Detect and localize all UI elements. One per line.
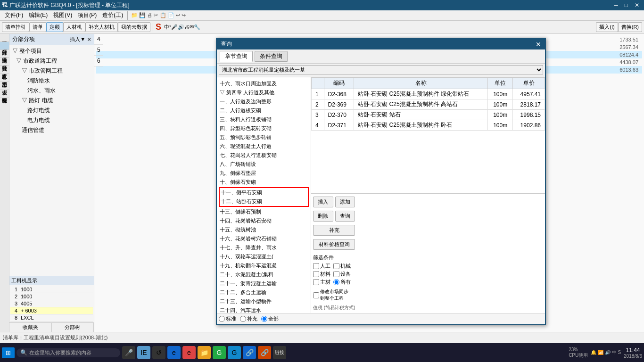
chapter-item-16[interactable]: 十六、雨水口周边加固及	[219, 79, 309, 88]
tree-item-road[interactable]: ▽ 市政道路工程	[10, 56, 93, 66]
taskbar-icon-5[interactable]: e	[182, 346, 196, 359]
radio-supplement-input[interactable]	[240, 316, 246, 322]
start-button[interactable]: ⊞	[2, 347, 15, 358]
tree-item-power-cable[interactable]: 电力电缆	[10, 115, 93, 125]
filter-main-material-check[interactable]	[313, 279, 319, 285]
taskbar-icon-10[interactable]: 🔗	[258, 346, 271, 359]
filter-labor-check[interactable]	[313, 263, 319, 269]
add-btn[interactable]: 添加	[335, 197, 355, 207]
toolbar-dinge[interactable]: 定额	[46, 22, 63, 32]
query-btn[interactable]: 查询	[335, 211, 355, 222]
list-row-8[interactable]: 8 LXCL	[10, 314, 93, 321]
filter-all[interactable]: 所有	[333, 279, 351, 286]
chapter-item-12[interactable]: 十二、站卧石安砌	[220, 197, 308, 206]
menu-view[interactable]: 视图(V)	[50, 10, 75, 20]
chapter-item-22[interactable]: 二十二、多合土运输	[219, 288, 309, 297]
chapter-item-14[interactable]: 十四、花岗岩站石安砌	[219, 216, 309, 225]
filter-machine-check[interactable]	[333, 263, 339, 269]
tree-item-root[interactable]: ▽ 整个项目	[10, 46, 93, 56]
vtab-fenbufenxiang[interactable]: 分部分项	[0, 42, 9, 50]
tree-item-rain[interactable]: 污水、雨水	[10, 86, 93, 96]
toolbar-renji[interactable]: 人材机	[63, 22, 85, 32]
material-price-btn[interactable]: 材料价格查询	[313, 239, 355, 250]
search-bar[interactable]: 🔍 在这里输入你要搜索的内容	[17, 348, 120, 357]
chapter-item-16b[interactable]: 十六、花岗岩树穴石铺砌	[219, 234, 309, 243]
chapter-item-19[interactable]: 十九、机动翻斗车运混凝	[219, 261, 309, 270]
minimize-button[interactable]: ─	[611, 1, 621, 9]
chapter-item-17[interactable]: 十七、升、降查井、雨水	[219, 243, 309, 252]
chapter-item-5[interactable]: 五、预制陟彩色步砖铺	[219, 133, 309, 142]
close-button[interactable]: ✕	[632, 1, 642, 9]
result-row[interactable]: 1 D2-368 站卧·石安砌 C25混凝土预制构件 绿化带站石 100m 49…	[312, 89, 545, 99]
radio-all-input[interactable]	[261, 316, 267, 322]
list-row-4[interactable]: 4 + 6003	[10, 307, 93, 314]
vtab-renji[interactable]: 人材机汇总	[0, 66, 9, 74]
insert-button[interactable]: 插入(I)	[596, 22, 618, 32]
filter-main-material[interactable]: 主材	[313, 279, 330, 286]
menu-edit[interactable]: 编辑(E)	[26, 10, 50, 20]
chapter-item-13[interactable]: 十三、侧缘石预制	[219, 207, 309, 216]
query-close-button[interactable]: ✕	[536, 41, 541, 48]
filter-equipment[interactable]: 设备	[333, 271, 351, 278]
vtab-qita[interactable]: 其他项目	[0, 58, 9, 66]
chapter-item-18[interactable]: 十八、双轮车运混凝土(	[219, 252, 309, 261]
sidebar-insert-btn[interactable]: 插入▼	[70, 36, 85, 43]
tree-item-pipe[interactable]: ▽ 市政管网工程	[10, 66, 93, 76]
vtab-feiyong[interactable]: 费用汇总	[0, 74, 9, 82]
query-dropdown[interactable]: 湖北省市政工程消耗量定额及统一基	[219, 65, 543, 74]
toolbar-qingdan-zhiyin[interactable]: 清单指引	[2, 22, 29, 32]
taskbar-icon-3[interactable]: ↺	[152, 346, 165, 359]
result-row[interactable]: 2 D2-369 站卧·石安砌 C25混凝土预制构件 高站石 100m 2818…	[312, 99, 545, 110]
taskbar-icon-4[interactable]: e	[167, 346, 181, 359]
filter-material[interactable]: 材料	[313, 271, 330, 278]
tab-favorites[interactable]: 收藏夹	[9, 323, 52, 332]
insert-btn[interactable]: 插入	[313, 197, 333, 207]
tab-parts-tree[interactable]: 分部树	[52, 323, 94, 332]
chapter-item-11[interactable]: 十一、侧平石安砌	[220, 188, 308, 197]
chapter-item-21[interactable]: 二十一、沥青混凝土运输	[219, 279, 309, 288]
supplement-btn[interactable]: 补充	[313, 225, 355, 236]
list-row-3[interactable]: 3 4005	[10, 300, 93, 307]
menu-cost[interactable]: 造价(工)	[99, 10, 126, 20]
result-row[interactable]: 3 D2-370 站卧·石安砌 站石 100m 1998.15	[312, 110, 545, 120]
radio-standard-input[interactable]	[219, 316, 225, 322]
toolbar-buchong-renji[interactable]: 补充人材机	[85, 22, 118, 32]
radio-standard[interactable]: 标准	[219, 315, 236, 322]
taskbar-icon-1[interactable]: 🎤	[122, 346, 135, 359]
chapter-item-ch4[interactable]: ▽ 第四章 人行道及其他	[219, 88, 309, 97]
restore-button[interactable]: □	[622, 1, 631, 9]
chapter-item-20[interactable]: 二十、水泥混凝土(集料	[219, 270, 309, 279]
toolbar-qingdan[interactable]: 清单	[29, 22, 46, 32]
replace-button[interactable]: 普换(R)	[618, 22, 642, 32]
query-tab-chapter[interactable]: 章节查询	[220, 51, 253, 62]
filter-labor[interactable]: 人工	[313, 263, 330, 270]
list-row-2[interactable]: 2 1000	[10, 293, 93, 300]
chapter-item-24[interactable]: 二十四、汽车运水	[219, 306, 309, 313]
chapter-item-9[interactable]: 九、侧缘石垫层	[219, 169, 309, 178]
modify-sync-label[interactable]: 修改市场同步到整个工程	[313, 288, 355, 302]
chapter-item-2[interactable]: 二、人行道板安砌	[219, 106, 309, 115]
list-row-1[interactable]: 1 1000	[10, 286, 93, 293]
radio-all[interactable]: 全部	[261, 315, 279, 322]
chapter-item-6[interactable]: 六、现浇混凝土人行道	[219, 142, 309, 151]
toolbar-cloud[interactable]: 我的云数据	[118, 22, 150, 32]
filter-machine[interactable]: 机械	[333, 263, 351, 270]
menu-file[interactable]: 文件(F)	[2, 10, 26, 20]
radio-supplement[interactable]: 补充	[240, 315, 257, 322]
sidebar-close-btn[interactable]: ×	[87, 36, 91, 43]
taskbar-icon-7[interactable]: G	[213, 346, 226, 359]
vtab-cuoshi[interactable]: 措施项目	[0, 50, 9, 58]
taskbar-icon-8[interactable]: G	[228, 346, 241, 359]
vtab-baobiao[interactable]: 报表	[0, 82, 9, 90]
chapter-item-3[interactable]: 三、块料人行道板铺砌	[219, 115, 309, 124]
chapter-item-15[interactable]: 十五、砌筑树池	[219, 225, 309, 234]
vtab-gongcheng[interactable]: 工程概况	[0, 34, 9, 42]
taskbar-icon-9[interactable]: 🔗	[243, 346, 256, 359]
filter-equipment-check[interactable]	[333, 271, 339, 277]
taskbar-icon-links[interactable]: 链接	[273, 346, 286, 359]
taskbar-icon-2[interactable]: IE	[137, 346, 150, 359]
modify-sync-check[interactable]	[313, 292, 319, 298]
vtab-fuhe[interactable]: 符合性检测	[0, 90, 9, 98]
chapter-item-8[interactable]: 八、广场砖铺设	[219, 160, 309, 169]
chapter-item-7[interactable]: 七、花岗岩人行道板安砌	[219, 151, 309, 160]
